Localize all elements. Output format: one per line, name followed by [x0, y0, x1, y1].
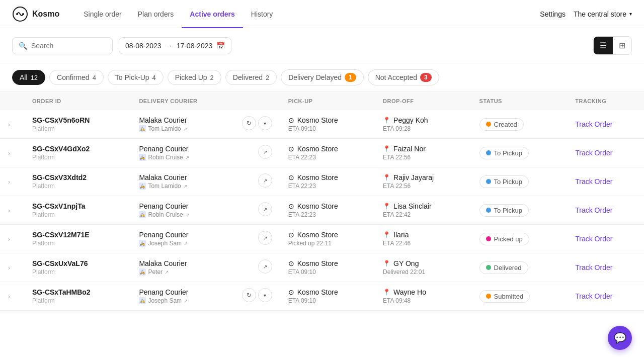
logo[interactable]: Kosmo [12, 6, 59, 22]
filter-delivered[interactable]: Delivered 2 [225, 70, 277, 85]
courier-name: Joseph Sam [148, 297, 182, 304]
external-link-icon[interactable]: ↗ [258, 145, 272, 159]
track-order-link[interactable]: Track Order [575, 292, 612, 300]
external-link-icon[interactable]: ↗ [184, 241, 188, 246]
filter-confirmed[interactable]: Confirmed 4 [49, 70, 104, 85]
status-dot-icon [486, 150, 491, 155]
pickup-eta: Picked up 22:11 [288, 240, 367, 247]
dropoff-name: 📍 GY Ong [383, 259, 463, 267]
external-link-icon[interactable]: ↗ [184, 298, 188, 304]
courier-info: Penang Courier 🛵 Joseph Sam ↗ [139, 231, 250, 247]
date-range-picker[interactable]: 08-08-2023 → 17-08-2023 📅 [119, 37, 231, 54]
track-order-link[interactable]: Track Order [575, 206, 612, 214]
courier-cell: Penang Courier 🛵 Joseph Sam ↗ ↻ ▾ [139, 288, 272, 304]
filter-delivery-delayed-label: Delivery Delayed [288, 73, 342, 81]
dropoff-location-icon: 📍 [383, 145, 390, 152]
external-link-icon[interactable]: ↗ [185, 212, 189, 218]
filter-delivered-count: 2 [266, 74, 269, 81]
row-expand-icon[interactable]: › [8, 207, 10, 214]
courier-info: Malaka Courier 🛵 Tom Lamido ↗ [139, 173, 250, 190]
pickup-eta: ETA 09:10 [288, 268, 367, 276]
dropoff-location-icon: 📍 [383, 203, 390, 210]
order-id: SG-CSxV1npjTa [32, 202, 123, 210]
order-sub: Platform [32, 183, 123, 190]
nav-plan-orders[interactable]: Plan orders [130, 0, 182, 28]
courier-company: Malaka Courier [139, 173, 250, 182]
track-order-link[interactable]: Track Order [575, 149, 612, 157]
track-order-link[interactable]: Track Order [575, 177, 612, 186]
row-expand-icon[interactable]: › [8, 264, 10, 272]
external-link-icon[interactable]: ↗ [165, 269, 169, 275]
dropdown-icon[interactable]: ▾ [258, 288, 272, 302]
row-expand-icon[interactable]: › [8, 293, 10, 300]
track-order-link[interactable]: Track Order [575, 235, 612, 243]
external-link-icon[interactable]: ↗ [258, 202, 272, 216]
row-expand-icon[interactable]: › [8, 150, 10, 157]
table-row: › SG-CSxV3Xdtd2 Platform Malaka Courier … [0, 167, 644, 196]
search-box[interactable]: 🔍 [12, 37, 113, 54]
status-badge: Picked up [479, 233, 529, 245]
order-sub: Platform [32, 268, 123, 276]
store-selector[interactable]: The central store ▾ [574, 10, 632, 18]
th-delivery-courier: DELIVERY COURIER [131, 92, 280, 110]
external-link-icon[interactable]: ↗ [258, 231, 272, 245]
row-expand-icon[interactable]: › [8, 121, 10, 128]
status-dot-icon [486, 179, 491, 184]
th-dropoff: DROP-OFF [375, 92, 471, 110]
refresh-icon[interactable]: ↻ [242, 288, 256, 302]
filter-to-pickup-count: 4 [152, 74, 156, 81]
pickup-name: ⊙ Kosmo Store [288, 202, 367, 210]
dropoff-eta: ETA 09:48 [383, 297, 463, 304]
external-link-icon[interactable]: ↗ [183, 126, 187, 132]
settings-button[interactable]: Settings [540, 10, 566, 18]
dropoff-location-icon: 📍 [383, 174, 390, 181]
external-link-icon[interactable]: ↗ [258, 173, 272, 188]
nav-active-orders[interactable]: Active orders [182, 0, 243, 28]
courier-badge-icon: 🛵 [139, 183, 146, 190]
order-id: SG-CSxV5n6oRN [32, 116, 123, 124]
courier-name: Tom Lamido [148, 183, 181, 190]
dropoff-location-icon: 📍 [383, 117, 390, 124]
external-link-icon[interactable]: ↗ [258, 259, 272, 274]
courier-sub: 🛵 Tom Lamido ↗ [139, 125, 233, 132]
refresh-icon[interactable]: ↻ [242, 116, 256, 130]
external-link-icon[interactable]: ↗ [183, 184, 187, 189]
orders-table-container: ORDER ID DELIVERY COURIER PICK-UP DROP-O… [0, 92, 644, 311]
courier-sub: 🛵 Robin Cruise ↗ [139, 211, 250, 218]
track-order-link[interactable]: Track Order [575, 120, 612, 128]
nav-single-order[interactable]: Single order [75, 0, 130, 28]
filter-delivery-delayed[interactable]: Delivery Delayed 1 [281, 69, 364, 85]
status-dot-icon [486, 208, 491, 213]
filter-not-accepted-label: Not Accepted [375, 73, 417, 81]
filter-not-accepted[interactable]: Not Accepted 3 [368, 69, 439, 85]
courier-cell: Penang Courier 🛵 Robin Cruise ↗ ↗ [139, 145, 272, 161]
filter-picked-up-count: 2 [210, 74, 214, 81]
courier-actions: ↗ [258, 145, 272, 159]
status-dot-icon [486, 265, 491, 270]
date-to: 17-08-2023 [177, 42, 213, 50]
filter-all[interactable]: All 12 [12, 70, 45, 85]
courier-badge-icon: 🛵 [139, 154, 146, 161]
row-expand-icon[interactable]: › [8, 236, 10, 243]
courier-company: Penang Courier [139, 145, 250, 153]
row-expand-icon[interactable]: › [8, 178, 10, 186]
dropdown-icon[interactable]: ▾ [258, 116, 272, 130]
th-pickup: PICK-UP [280, 92, 375, 110]
courier-badge-icon: 🛵 [139, 240, 146, 247]
filter-picked-up[interactable]: Picked Up 2 [168, 70, 221, 85]
dropoff-eta: ETA 22:56 [383, 183, 463, 190]
pickup-name: ⊙ Kosmo Store [288, 116, 367, 124]
courier-info: Malaka Courier 🛵 Peter ↗ [139, 259, 250, 276]
search-input[interactable] [31, 42, 106, 50]
filter-picked-up-label: Picked Up [175, 73, 207, 81]
external-link-icon[interactable]: ↗ [185, 155, 189, 160]
filter-to-pickup[interactable]: To Pick-Up 4 [108, 70, 164, 85]
nav-history[interactable]: History [243, 0, 281, 28]
pickup-name: ⊙ Kosmo Store [288, 259, 367, 267]
courier-info: Malaka Courier 🛵 Tom Lamido ↗ [139, 116, 233, 132]
list-view-button[interactable]: ☰ [594, 37, 613, 54]
courier-actions: ↗ [258, 202, 272, 216]
courier-company: Malaka Courier [139, 259, 250, 267]
track-order-link[interactable]: Track Order [575, 263, 612, 272]
grid-view-button[interactable]: ⊞ [613, 37, 631, 54]
